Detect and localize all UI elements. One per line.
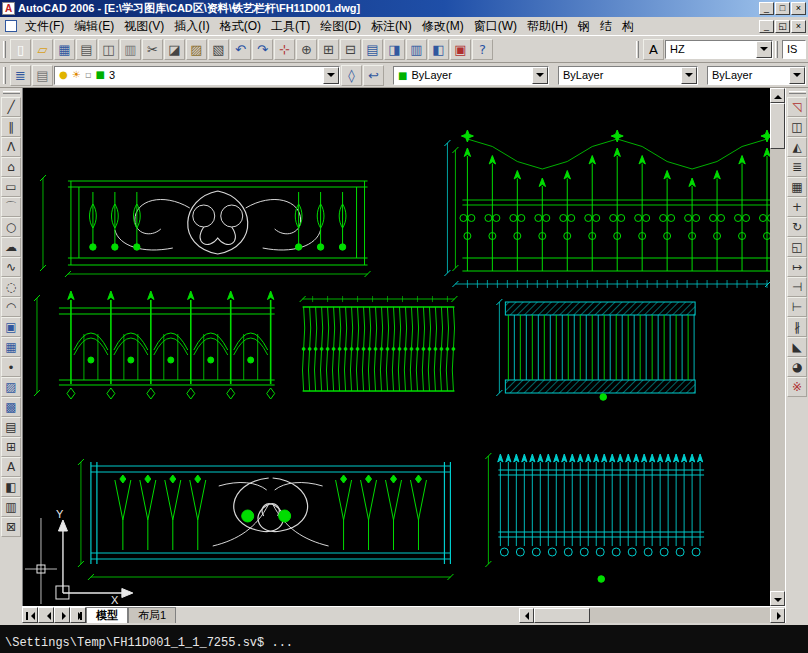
layer-on-icon[interactable]: ●	[59, 70, 68, 80]
line-icon[interactable]: ╱	[1, 97, 21, 117]
multiline-text-icon[interactable]: A	[1, 457, 21, 477]
menu-item[interactable]: 编辑(E)	[69, 17, 119, 36]
zoom-realtime-icon[interactable]: ⊕	[296, 39, 317, 60]
horizontal-scrollbar[interactable]	[519, 607, 785, 623]
markup-set-manager-icon[interactable]: ▣	[450, 39, 471, 60]
menu-item[interactable]: 标注(N)	[366, 17, 417, 36]
dropdown-arrow-icon[interactable]	[789, 67, 805, 84]
offset-icon[interactable]: ≣	[787, 157, 807, 177]
dim-style-combo-partial[interactable]: IS	[782, 40, 806, 59]
array-icon[interactable]: ▦	[787, 177, 807, 197]
hatch-icon[interactable]: ▨	[1, 377, 21, 397]
menu-item[interactable]: 绘图(D)	[315, 17, 366, 36]
scroll-left-icon[interactable]	[519, 608, 534, 623]
toolbar-grip[interactable]	[3, 91, 20, 94]
scroll-up-icon[interactable]	[770, 88, 785, 103]
command-line[interactable]: \Settings\Temp\FH11D001_1_1_7255.sv$ ...	[0, 623, 808, 653]
designcenter-icon[interactable]: ◨	[384, 39, 405, 60]
toolbar-grip[interactable]	[636, 41, 639, 58]
move-icon[interactable]: +	[787, 197, 807, 217]
scroll-right-icon[interactable]	[770, 608, 785, 623]
menu-item[interactable]: 构	[617, 17, 639, 36]
menu-item[interactable]: 结	[595, 17, 617, 36]
named-views-icon[interactable]: ◧	[1, 477, 21, 497]
rectangle-icon[interactable]: ▭	[1, 177, 21, 197]
match-properties-icon[interactable]: ▧	[208, 39, 229, 60]
tab-layout1[interactable]: 布局1	[128, 607, 176, 623]
viewports-icon[interactable]: ▥	[1, 497, 21, 517]
ellipse-icon[interactable]: ◌	[1, 277, 21, 297]
osnap-icon[interactable]: ⊠	[1, 517, 21, 537]
toolbar-grip[interactable]	[3, 41, 6, 58]
ellipse-arc-icon[interactable]: ◠	[1, 297, 21, 317]
vertical-scroll-thumb[interactable]	[770, 103, 785, 149]
sheet-set-manager-icon[interactable]: ◧	[428, 39, 449, 60]
explode-icon[interactable]: ※	[787, 377, 807, 397]
color-combo[interactable]: ■ ByLayer	[393, 66, 549, 85]
menu-item[interactable]: 工具(T)	[266, 17, 315, 36]
extend-icon[interactable]: ⊢	[787, 297, 807, 317]
undo-icon[interactable]: ↶	[230, 39, 251, 60]
layer-properties-manager-icon[interactable]: ≣	[10, 65, 31, 86]
erase-icon[interactable]: ◹	[787, 97, 807, 117]
rotate-icon[interactable]: ↻	[787, 217, 807, 237]
toolbar-grip[interactable]	[789, 91, 806, 94]
horizontal-scroll-track[interactable]	[590, 608, 770, 623]
toolbar-grip[interactable]	[775, 41, 778, 58]
arc-icon[interactable]: ⌒	[1, 197, 21, 217]
construction-line-icon[interactable]: ∥	[1, 117, 21, 137]
plot-icon[interactable]: ▤	[76, 39, 97, 60]
window-minimize-button[interactable]: _	[759, 2, 774, 15]
fillet-icon[interactable]: ◕	[787, 357, 807, 377]
toolbar-grip[interactable]	[3, 67, 6, 84]
break-icon[interactable]: ∦	[787, 317, 807, 337]
spline-icon[interactable]: ∿	[1, 257, 21, 277]
window-close-button[interactable]: ×	[791, 2, 806, 15]
copy-icon[interactable]: ◪	[164, 39, 185, 60]
zoom-previous-icon[interactable]: ⊟	[340, 39, 361, 60]
layers-icon[interactable]: ▤	[32, 65, 53, 86]
zoom-window-icon[interactable]: ⊞	[318, 39, 339, 60]
drawing-viewport[interactable]: YX	[22, 88, 770, 606]
pan-icon[interactable]: ⊹	[274, 39, 295, 60]
last-tab-icon[interactable]	[70, 607, 86, 623]
next-tab-icon[interactable]	[54, 607, 70, 623]
chamfer-icon[interactable]: ◣	[787, 337, 807, 357]
menu-item[interactable]: 修改(M)	[417, 17, 469, 36]
linetype-combo[interactable]: ByLayer	[558, 66, 698, 85]
help-icon[interactable]: ?	[472, 39, 493, 60]
cut-icon[interactable]: ✂	[142, 39, 163, 60]
point-icon[interactable]: ∙	[1, 357, 21, 377]
text-style-combo[interactable]: HZ	[665, 40, 773, 59]
stretch-icon[interactable]: ↦	[787, 257, 807, 277]
menu-item[interactable]: 插入(I)	[169, 17, 214, 36]
text-style-icon[interactable]: A	[643, 39, 664, 60]
layer-freeze-icon[interactable]: ☀	[72, 70, 81, 80]
menu-item[interactable]: 文件(F)	[20, 17, 69, 36]
copy-object-icon[interactable]: ◫	[787, 117, 807, 137]
gradient-icon[interactable]: ▩	[1, 397, 21, 417]
insert-block-icon[interactable]: ▣	[1, 317, 21, 337]
document-close-button[interactable]: ×	[791, 20, 806, 33]
drawing-canvas[interactable]: YX	[23, 88, 770, 606]
layer-combo[interactable]: ● ☀ ▫ ■ 3	[54, 66, 340, 85]
layer-previous-icon[interactable]: ↩	[363, 65, 384, 86]
document-icon[interactable]	[5, 20, 17, 32]
document-minimize-button[interactable]: _	[759, 20, 774, 33]
polyline-icon[interactable]: Λ	[1, 137, 21, 157]
qnew-icon[interactable]: ▯	[10, 39, 31, 60]
redo-icon[interactable]: ↷	[252, 39, 273, 60]
dropdown-arrow-icon[interactable]	[323, 67, 339, 84]
lineweight-combo[interactable]: ByLayer	[707, 66, 806, 85]
save-icon[interactable]: ▦	[54, 39, 75, 60]
table-icon[interactable]: ⊞	[1, 437, 21, 457]
tool-palettes-icon[interactable]: ▥	[406, 39, 427, 60]
horizontal-scroll-thumb[interactable]	[534, 608, 590, 623]
make-object-layer-current-icon[interactable]: ◊	[341, 65, 362, 86]
menu-item[interactable]: 视图(V)	[119, 17, 169, 36]
layer-lock-icon[interactable]: ▫	[85, 70, 92, 80]
dropdown-arrow-icon[interactable]	[532, 67, 548, 84]
make-block-icon[interactable]: ▦	[1, 337, 21, 357]
region-icon[interactable]: ▤	[1, 417, 21, 437]
trim-icon[interactable]: ⊣	[787, 277, 807, 297]
